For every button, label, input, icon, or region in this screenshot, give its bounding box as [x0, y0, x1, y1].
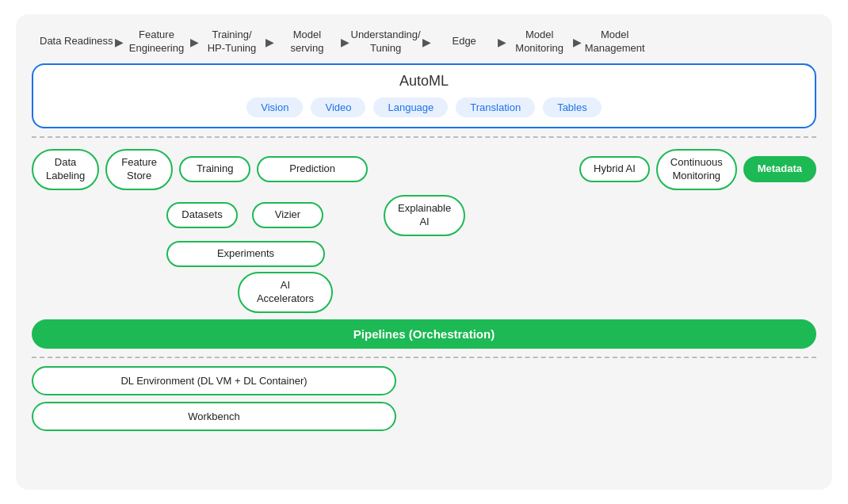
chip-vision: Vision: [246, 97, 303, 117]
arrow-1: ▶: [115, 36, 124, 48]
pipeline-header: Data Readiness ▶ FeatureEngineering ▶ Tr…: [16, 14, 832, 55]
pill-workbench: Workbench: [32, 402, 396, 431]
bottom-section: DL Environment (DL VM + DL Container) Wo…: [16, 366, 832, 431]
chip-tables: Tables: [543, 97, 602, 117]
chip-video: Video: [311, 97, 365, 117]
step-model-monitoring: ModelMonitoring: [508, 29, 571, 55]
features-row-4: AIAccelerators: [238, 272, 816, 313]
step-edge: Edge: [433, 35, 496, 48]
pill-datasets: Datasets: [166, 202, 238, 228]
pill-vizier: Vizier: [252, 202, 323, 228]
step-model-serving: Modelserving: [276, 29, 339, 55]
pipelines-bar: Pipelines (Orchestration): [32, 319, 816, 349]
automl-chips: Vision Video Language Translation Tables: [46, 97, 802, 117]
pill-ai-accelerators: AIAccelerators: [238, 272, 333, 313]
arrow-5: ▶: [422, 36, 431, 48]
pill-hybrid-ai: Hybrid AI: [579, 156, 650, 182]
step-feature-engineering: FeatureEngineering: [125, 29, 189, 55]
chip-language: Language: [373, 97, 448, 117]
features-layout: DataLabeling FeatureStore Training Predi…: [16, 146, 832, 313]
pill-continuous-monitoring: ContinuousMonitoring: [656, 149, 737, 190]
step-data-readiness: Data Readiness: [40, 35, 113, 48]
pill-prediction: Prediction: [257, 156, 368, 182]
automl-section: AutoML Vision Video Language Translation…: [32, 63, 816, 128]
pill-feature-store: FeatureStore: [105, 149, 173, 190]
arrow-2: ▶: [190, 36, 199, 48]
diagram-container: Data Readiness ▶ FeatureEngineering ▶ Tr…: [16, 14, 832, 490]
arrow-6: ▶: [498, 36, 506, 48]
arrow-3: ▶: [265, 36, 274, 48]
features-row-2: Datasets Vizier ExplainableAI: [166, 195, 816, 236]
step-training: Training/HP-Tuning: [201, 29, 264, 55]
pill-dl-environment: DL Environment (DL VM + DL Container): [32, 366, 396, 395]
pill-data-labeling: DataLabeling: [32, 149, 99, 190]
chip-translation: Translation: [456, 97, 535, 117]
arrow-7: ▶: [573, 36, 582, 48]
dashed-divider-2: [32, 357, 816, 358]
pill-training: Training: [179, 156, 250, 182]
pill-experiments: Experiments: [166, 241, 325, 267]
automl-title: AutoML: [46, 73, 802, 90]
arrow-4: ▶: [341, 36, 350, 48]
features-row-3: Experiments: [166, 241, 816, 267]
step-understanding: Understanding/Tuning: [351, 29, 421, 55]
features-row-1: DataLabeling FeatureStore Training Predi…: [32, 149, 816, 190]
step-model-management: ModelManagement: [583, 29, 647, 55]
dashed-divider-1: [32, 136, 816, 138]
pill-explainable-ai: ExplainableAI: [384, 195, 465, 236]
pill-metadata: Metadata: [743, 156, 816, 182]
